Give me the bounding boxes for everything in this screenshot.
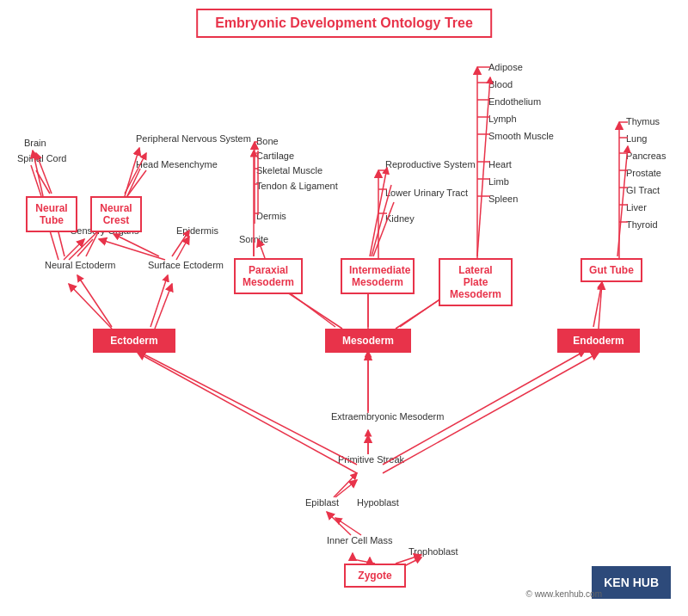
lymph-node: Lymph	[488, 114, 517, 124]
smooth-muscle-node: Smooth Muscle	[488, 131, 554, 141]
neural-ectoderm-node: Neural Ectoderm	[45, 260, 116, 270]
lung-node: Lung	[626, 133, 647, 144]
paraxial-mesoderm-node: Paraxial Mesoderm	[234, 258, 303, 294]
kenhub-badge: KEN HUB	[592, 566, 671, 599]
endothelium-node: Endothelium	[488, 96, 541, 107]
bone-node: Bone	[256, 136, 279, 146]
prostate-node: Prostate	[626, 168, 661, 178]
epiblast-node: Epiblast	[305, 497, 339, 508]
blood-node: Blood	[488, 79, 513, 89]
head-mesenchyme-node: Head Mesenchyme	[136, 159, 218, 169]
svg-line-30	[373, 202, 394, 256]
svg-line-37	[125, 148, 139, 196]
brain-node: Brain	[24, 138, 46, 148]
cartilage-node: Cartilage	[256, 151, 294, 161]
ectoderm-node: Ectoderm	[93, 329, 175, 353]
trophoblast-node: Trophoblast	[408, 546, 458, 557]
endoderm-node: Endoderm	[557, 329, 640, 353]
pns-node: Peripheral Nervous System	[136, 133, 251, 144]
adipose-node: Adipose	[488, 62, 523, 72]
primitive-streak-node: Primitive Streak	[338, 454, 404, 465]
limb-node: Limb	[488, 176, 509, 187]
thymus-node: Thymus	[626, 116, 660, 126]
thyroid-node: Thyroid	[626, 219, 658, 230]
svg-line-36	[31, 165, 41, 196]
spinal-cord-node: Spinal Cord	[17, 153, 66, 163]
heart-node: Heart	[488, 159, 512, 169]
dermis-node: Dermis	[256, 211, 286, 221]
svg-line-33	[617, 146, 628, 256]
svg-line-18	[114, 234, 159, 256]
diagram-arrows	[0, 0, 688, 616]
svg-line-38	[126, 169, 140, 198]
tendon-ligament-node: Tendon & Ligament	[256, 181, 338, 191]
liver-node: Liver	[626, 202, 647, 213]
svg-line-8	[77, 275, 112, 327]
gut-tube-node: Gut Tube	[580, 258, 642, 282]
pancreas-node: Pancreas	[626, 151, 666, 161]
svg-line-9	[150, 275, 168, 327]
svg-line-14	[36, 170, 50, 194]
surface-ectoderm-node: Surface Ectoderm	[148, 260, 224, 270]
copyright: © www.kenhub.com	[525, 589, 602, 599]
lateral-plate-mesoderm-node: Lateral Plate Mesoderm	[439, 258, 513, 306]
neural-tube-node: Neural Tube	[26, 196, 77, 232]
svg-line-32	[593, 282, 602, 327]
lower-urinary-tract-node: Lower Urinary Tract	[385, 188, 468, 198]
kidney-node: Kidney	[385, 213, 415, 224]
page-title: Embryonic Development Ontology Tree	[196, 9, 492, 38]
svg-line-3	[334, 473, 357, 497]
spleen-node: Spleen	[488, 194, 518, 204]
svg-line-16	[127, 170, 146, 196]
svg-line-12	[77, 239, 93, 256]
somite-node: Somite	[239, 234, 268, 244]
inner-cell-mass-node: Inner Cell Mass	[327, 535, 392, 545]
diagram-svg	[0, 0, 688, 616]
skeletal-muscle-node: Skeletal Muscle	[256, 165, 322, 176]
svg-line-7	[383, 351, 585, 465]
gi-tract-node: GI Tract	[626, 185, 660, 195]
svg-line-6	[138, 351, 357, 465]
svg-line-2	[335, 518, 361, 535]
neural-crest-node: Neural Crest	[90, 196, 142, 232]
svg-line-28	[370, 168, 387, 256]
intermediate-mesoderm-node: Intermediate Mesoderm	[341, 258, 415, 294]
zygote-node: Zygote	[344, 564, 406, 588]
epidermis-node: Epidermis	[176, 225, 218, 236]
mesoderm-node: Mesoderm	[325, 329, 411, 353]
reproductive-system-node: Reproductive System	[385, 159, 476, 169]
extraembryonic-mesoderm-node: Extraembryonic Mesoderm	[331, 411, 444, 422]
hypoblast-node: Hypoblast	[357, 497, 399, 508]
